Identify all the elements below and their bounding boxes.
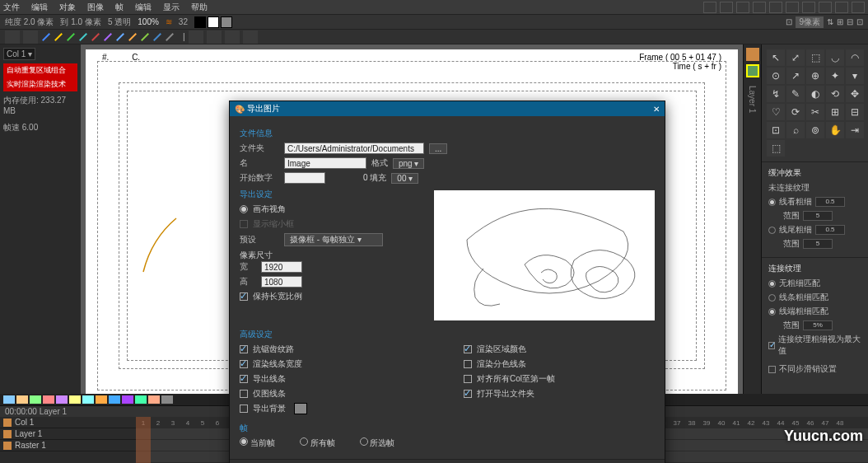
tool-19[interactable]: ⊟ [846,104,864,120]
only-lines-check[interactable] [240,390,248,398]
pad-select[interactable]: 00 ▾ [391,173,418,184]
tool-16[interactable]: ⟳ [786,104,805,120]
brush-color-9[interactable] [153,33,161,41]
preset-select[interactable]: 摄像框 - 每帧独立 ▾ [284,233,383,246]
tool-22[interactable]: ⊚ [806,122,824,138]
brush-color-1[interactable] [54,33,63,41]
tool-opt-3[interactable]: ⊟ [847,17,853,26]
layer-thumb-1[interactable] [746,48,759,61]
brush-mode-2[interactable] [207,30,222,44]
line-weight-radio[interactable] [768,199,776,206]
current-frame-radio[interactable] [240,437,248,446]
playhead[interactable] [136,417,151,463]
export-lines-check[interactable] [240,375,248,383]
tool-6[interactable]: ↗ [786,68,805,84]
app-icon-1[interactable] [703,2,716,13]
zoom-display[interactable]: 100% [138,17,159,26]
menu-frame[interactable]: 帧 [115,2,124,13]
tool-23[interactable]: ✋ [826,122,844,138]
width-input[interactable] [261,261,302,273]
tool-0[interactable]: ↖ [767,49,785,66]
brush-color-2[interactable] [67,33,75,41]
keep-ratio-check[interactable] [240,292,248,301]
tool-opt-2[interactable]: ⊞ [837,17,843,26]
brush-color-6[interactable] [116,33,124,41]
swatch-gray[interactable] [221,16,232,28]
range-val-2[interactable]: 5 [803,239,833,249]
menu-view[interactable]: 显示 [163,2,180,13]
tool-21[interactable]: ⌕ [786,122,805,138]
tool-9[interactable]: ▾ [846,68,864,84]
texture-icon[interactable]: ≋ [166,17,172,26]
tool-1[interactable]: ⤢ [786,49,805,66]
end-match-radio[interactable] [768,308,776,316]
max-weight-check[interactable] [768,342,775,349]
tool-20[interactable]: ⊡ [767,122,785,138]
swatch-black[interactable] [194,16,206,28]
all-frames-radio[interactable] [300,437,308,446]
brush-mode-4[interactable] [243,30,258,44]
brush-color-3[interactable] [79,33,87,41]
range-val-3[interactable]: 5% [803,320,833,330]
dialog-title-bar[interactable]: 🎨 导出图片 ✕ [230,101,665,116]
selected-frames-radio[interactable] [360,437,368,446]
render-region-check[interactable] [464,345,472,353]
pal-12[interactable] [148,395,160,404]
height-input[interactable] [261,276,302,288]
antialias-check[interactable] [240,345,248,353]
menu-edit[interactable]: 编辑 [31,2,48,13]
swatch-white[interactable] [208,16,219,28]
line-match-radio[interactable] [768,294,776,302]
tool-3[interactable]: ◡ [826,49,844,66]
no-sync-check[interactable] [768,366,776,373]
tool-14[interactable]: ✥ [846,86,864,102]
app-icon-7[interactable] [802,2,815,13]
bg-color-swatch[interactable] [294,403,307,414]
pal-4[interactable] [43,395,54,404]
track-layer1[interactable]: Layer 1 [0,428,136,440]
pal-13[interactable] [161,395,173,404]
tool-opt-1[interactable]: ⇅ [827,17,833,26]
tool-10[interactable]: ↯ [767,86,785,102]
brush-color-5[interactable] [104,33,112,41]
menu-object[interactable]: 对象 [59,2,76,13]
brush-color-4[interactable] [91,33,100,41]
menu-edit2[interactable]: 编辑 [135,2,152,13]
close-icon[interactable]: ✕ [653,105,660,114]
tail-weight-radio[interactable] [768,227,776,234]
layer-selector[interactable]: Col 1 ▾ [3,48,35,60]
brush-mode-3[interactable] [225,30,240,44]
app-icon-6[interactable] [786,2,799,13]
no-match-radio[interactable] [768,280,776,288]
pal-1[interactable] [3,395,15,404]
app-icon-2[interactable] [720,2,733,13]
pal-7[interactable] [82,395,94,404]
tool-2[interactable]: ⬚ [806,49,824,66]
track-col1[interactable]: Col 1 [0,417,136,428]
tool-4[interactable]: ◠ [846,49,864,66]
brush-color-7[interactable] [128,33,137,41]
app-icon-10[interactable] [852,2,865,13]
pal-10[interactable] [122,395,133,404]
format-select[interactable]: png ▾ [393,158,424,169]
app-icon-4[interactable] [753,2,766,13]
layer-thumb-2[interactable] [746,64,759,77]
folder-input[interactable] [284,143,424,154]
tail-weight-val[interactable]: 0.5 [815,225,845,235]
line-weight-val[interactable]: 0.5 [815,197,845,207]
paper-view-radio[interactable] [240,205,248,213]
app-icon-9[interactable] [835,2,848,13]
app-icon-5[interactable] [769,2,782,13]
pal-11[interactable] [135,395,147,404]
tool-15[interactable]: ♡ [767,104,785,120]
app-icon-8[interactable] [819,2,832,13]
tool-5[interactable]: ⊙ [767,68,785,84]
pal-5[interactable] [56,395,68,404]
menu-help[interactable]: 帮助 [191,2,208,13]
brush-tool-1[interactable] [5,30,20,44]
tool-18[interactable]: ⊞ [826,104,844,120]
brush-color-10[interactable] [166,33,174,41]
align-first-check[interactable] [464,375,472,383]
tool-25[interactable]: ⬚ [767,140,785,157]
tool-7[interactable]: ⊕ [806,68,824,84]
